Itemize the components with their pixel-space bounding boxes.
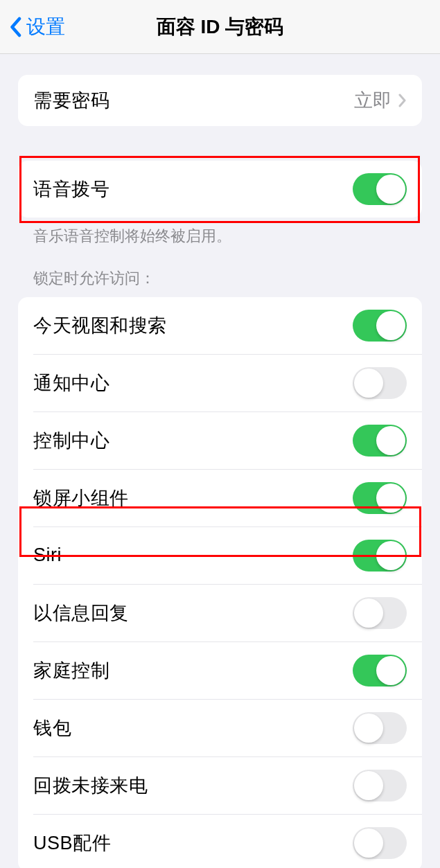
chevron-left-icon [8,17,22,37]
lock-access-row: 今天视图和搜索 [18,297,422,354]
lock-access-row: 通知中心 [18,355,422,411]
toggle-knob [376,484,405,513]
voice-dial-toggle[interactable] [353,173,407,205]
lock-access-group: 今天视图和搜索通知中心控制中心锁屏小组件Siri以信息回复家庭控制钱包回拨未接来… [18,297,422,868]
voice-dial-row: 语音拨号 [18,161,422,218]
require-passcode-label: 需要密码 [33,88,109,113]
lock-access-label: 回拨未接来电 [33,773,148,798]
lock-access-label: 通知中心 [33,371,109,396]
lock-access-toggle[interactable] [353,827,407,859]
lock-access-toggle[interactable] [353,712,407,744]
lock-access-header: 锁定时允许访问： [0,247,440,297]
toggle-knob [376,311,405,340]
require-passcode-row[interactable]: 需要密码 立即 [18,75,422,126]
lock-access-label: 钱包 [33,716,71,741]
lock-access-row: 控制中心 [18,412,422,469]
lock-access-row: 钱包 [18,700,422,756]
lock-access-toggle[interactable] [353,655,407,687]
back-label: 设置 [26,14,65,40]
voice-dial-label: 语音拨号 [33,177,109,202]
page-title: 面容 ID 与密码 [157,14,284,40]
voice-dial-footer: 音乐语音控制将始终被启用。 [0,218,440,247]
lock-access-toggle[interactable] [353,597,407,629]
lock-access-toggle[interactable] [353,367,407,399]
require-passcode-group: 需要密码 立即 [18,75,422,126]
lock-access-row: Siri [18,527,422,584]
chevron-right-icon [398,94,407,107]
toggle-knob [354,714,383,743]
lock-access-label: USB配件 [33,831,111,856]
lock-access-label: 控制中心 [33,428,109,453]
lock-access-row: 以信息回复 [18,585,422,641]
lock-access-row: 回拨未接来电 [18,757,422,814]
toggle-knob [354,771,383,800]
require-passcode-value: 立即 [354,88,391,113]
lock-access-label: Siri [33,544,62,566]
lock-access-toggle[interactable] [353,425,407,457]
lock-access-row: USB配件 [18,815,422,868]
lock-access-row: 锁屏小组件 [18,470,422,526]
toggle-knob [354,829,383,858]
lock-access-toggle[interactable] [353,770,407,801]
back-button[interactable]: 设置 [8,14,65,40]
toggle-knob [376,541,405,570]
header-bar: 设置 面容 ID 与密码 [0,0,440,54]
lock-access-label: 锁屏小组件 [33,486,129,511]
toggle-knob [376,175,405,204]
lock-access-row: 家庭控制 [18,642,422,699]
require-passcode-value-wrap: 立即 [354,88,407,113]
content: 需要密码 立即 语音拨号 音乐语音控制将始终被启用。 锁定时允许访问： 今天视图… [0,54,440,868]
lock-access-label: 家庭控制 [33,658,109,683]
lock-access-toggle[interactable] [353,482,407,514]
voice-dial-group: 语音拨号 [18,161,422,218]
lock-access-label: 今天视图和搜索 [33,313,167,338]
lock-access-label: 以信息回复 [33,601,129,626]
toggle-knob [354,599,383,628]
toggle-knob [376,426,405,455]
lock-access-toggle[interactable] [353,310,407,342]
toggle-knob [376,656,405,685]
toggle-knob [354,369,383,398]
lock-access-toggle[interactable] [353,540,407,572]
